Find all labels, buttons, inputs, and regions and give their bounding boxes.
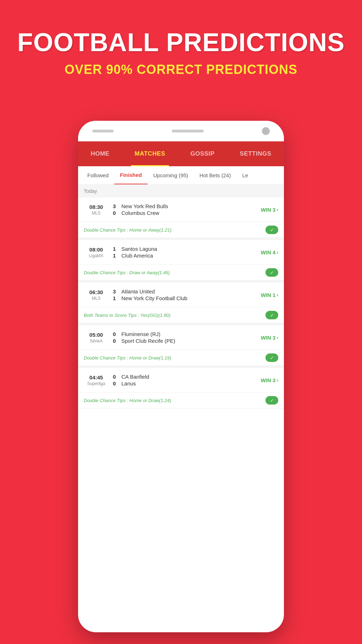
nav-item-matches[interactable]: MATCHES [131, 141, 169, 166]
match-time-league: 04:45 Superliga [84, 374, 109, 386]
match-time-league: 08:30 MLS [84, 204, 109, 216]
match-main: 06:30 MLS 3 Atlanta United 1 New York Ci… [84, 288, 278, 302]
team-row: 0 Columbus Crew [113, 210, 257, 216]
team-row: 0 Lanus [113, 380, 257, 386]
match-teams: 0 CA Banfield 0 Lanus [109, 373, 261, 387]
sub-tab-followed[interactable]: Followed [82, 166, 114, 184]
team-row: 1 Club America [113, 253, 257, 259]
nav-bar: HOME MATCHES GOSSIP SETTINGS [78, 141, 284, 166]
phone-mic-icon [172, 130, 204, 132]
phone-speaker-icon [92, 130, 114, 132]
check-badge: ✓ [265, 226, 278, 234]
team-row: 3 New York Red Bulls [113, 203, 257, 209]
team-row: 1 New York City Football Club [113, 295, 257, 301]
check-badge: ✓ [265, 396, 278, 405]
win-badge: WIN 3 › [261, 335, 278, 341]
section-today: Today [78, 185, 284, 197]
hero-title: FOOTBALL PREDICTIONS [14, 28, 348, 56]
sub-tab-upcoming[interactable]: Upcoming (95) [148, 166, 194, 184]
match-teams: 3 Atlanta United 1 New York City Footbal… [109, 288, 261, 302]
match-teams: 0 Fluminense (RJ) 0 Sport Club Recife (P… [109, 330, 261, 345]
match-item[interactable]: 08:00 LigaMX 1 Santos Laguna 1 Club Amer… [78, 240, 284, 265]
match-teams: 3 New York Red Bulls 0 Columbus Crew [109, 202, 261, 217]
match-item[interactable]: 06:30 MLS 3 Atlanta United 1 New York Ci… [78, 283, 284, 307]
team-row: 0 Sport Club Recife (PE) [113, 338, 257, 344]
chevron-right-icon: › [276, 377, 278, 383]
tip-row: Double Chance Tips : Home or Draw(1.24) … [78, 393, 284, 408]
sub-tab-hotbets[interactable]: Hot Bets (24) [194, 166, 236, 184]
match-main: 08:00 LigaMX 1 Santos Laguna 1 Club Amer… [84, 245, 278, 259]
match-main: 04:45 Superliga 0 CA Banfield 0 Lanus [84, 373, 278, 387]
team-row: 0 CA Banfield [113, 374, 257, 380]
match-item[interactable]: 08:30 MLS 3 New York Red Bulls 0 Columbu… [78, 197, 284, 222]
sub-tab-league[interactable]: Le [236, 166, 254, 184]
nav-item-gossip[interactable]: GOSSIP [187, 141, 218, 166]
chevron-right-icon: › [276, 292, 278, 298]
hero-section: FOOTBALL PREDICTIONS OVER 90% CORRECT PR… [0, 0, 362, 88]
phone-camera-icon [262, 127, 270, 135]
match-time-league: 05:00 SérieA [84, 332, 109, 343]
tip-row: Double Chance Tips : Home or Away(1.21) … [78, 222, 284, 238]
match-main: 05:00 SérieA 0 Fluminense (RJ) 0 Sport C… [84, 330, 278, 345]
check-badge: ✓ [265, 311, 278, 319]
tip-row: Double Chance Tips : Draw or Away(1.46) … [78, 265, 284, 281]
match-item[interactable]: 05:00 SérieA 0 Fluminense (RJ) 0 Sport C… [78, 325, 284, 350]
chevron-right-icon: › [276, 335, 278, 340]
nav-item-settings[interactable]: SETTINGS [236, 141, 275, 166]
win-badge: WIN 4 › [261, 249, 278, 255]
team-row: 3 Atlanta United [113, 288, 257, 294]
team-row: 1 Santos Laguna [113, 246, 257, 252]
phone-container: HOME MATCHES GOSSIP SETTINGS Followed [78, 121, 284, 632]
win-badge: WIN 3 › [261, 377, 278, 383]
match-time-league: 06:30 MLS [84, 289, 109, 301]
phone-shell: HOME MATCHES GOSSIP SETTINGS Followed [78, 121, 284, 632]
match-main: 08:30 MLS 3 New York Red Bulls 0 Columbu… [84, 202, 278, 217]
win-badge: WIN 1 › [261, 292, 278, 298]
tip-row: Double Chance Tips : Home or Draw(1.19) … [78, 350, 284, 366]
check-badge: ✓ [265, 353, 278, 362]
phone-top-bar [78, 121, 284, 141]
match-time-league: 08:00 LigaMX [84, 247, 109, 258]
match-teams: 1 Santos Laguna 1 Club America [109, 245, 261, 259]
app-content: HOME MATCHES GOSSIP SETTINGS Followed [78, 141, 284, 632]
chevron-right-icon: › [276, 249, 278, 255]
chevron-right-icon: › [276, 207, 278, 212]
hero-subtitle: OVER 90% CORRECT PREDICTIONS [14, 62, 348, 77]
nav-item-home[interactable]: HOME [87, 141, 113, 166]
win-badge: WIN 3 › [261, 207, 278, 213]
tip-row: Both Teams to Score Tips : Yes(GG)(1.90)… [78, 307, 284, 323]
sub-tab-finished[interactable]: Finished [114, 166, 148, 184]
check-badge: ✓ [265, 268, 278, 277]
team-row: 0 Fluminense (RJ) [113, 331, 257, 337]
match-item[interactable]: 04:45 Superliga 0 CA Banfield 0 Lanus [78, 368, 284, 393]
sub-tabs: Followed Finished Upcoming (95) Hot Bets… [78, 166, 284, 185]
